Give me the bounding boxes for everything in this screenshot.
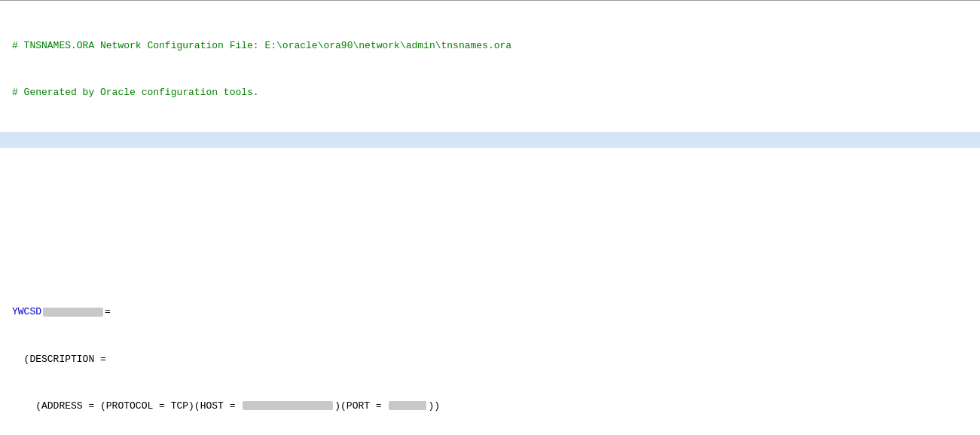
entry1-description: (DESCRIPTION = — [12, 352, 968, 368]
header-line-2: # Generated by Oracle configuration tool… — [12, 85, 968, 101]
highlight-row — [0, 132, 980, 148]
file-content: # TNSNAMES.ORA Network Configuration Fil… — [0, 1, 980, 435]
entry1-name: YWCSD= — [12, 305, 968, 320]
entry1-address: (ADDRESS = (PROTOCOL = TCP)(HOST = )(POR… — [12, 399, 968, 415]
header-line-1: # TNSNAMES.ORA Network Configuration Fil… — [12, 38, 968, 54]
